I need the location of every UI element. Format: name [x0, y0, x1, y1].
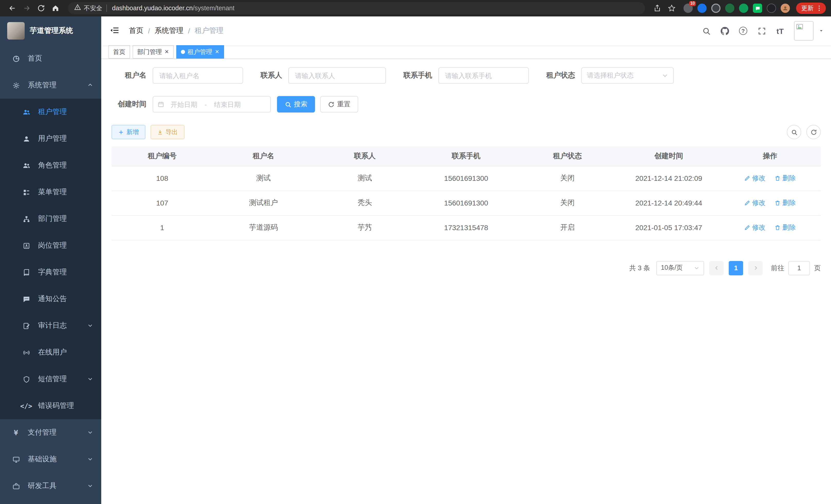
breadcrumb-separator: /	[148, 27, 150, 35]
github-icon[interactable]	[717, 23, 732, 38]
extension-icon[interactable]	[753, 4, 762, 13]
page-size-select[interactable]: 10条/页	[656, 261, 704, 275]
sidebar-item-audit-log[interactable]: 审计日志	[0, 313, 101, 339]
extension-icon[interactable]	[725, 4, 735, 13]
reload-icon[interactable]	[34, 2, 48, 14]
contact-input[interactable]	[288, 67, 386, 84]
update-label: 更新	[801, 4, 813, 12]
add-button[interactable]: 新增	[112, 125, 145, 139]
goto-page-input[interactable]	[789, 261, 810, 275]
tab-label: 租户管理	[188, 48, 212, 56]
date-range-picker[interactable]: -	[153, 96, 271, 113]
tenant-name-input[interactable]	[153, 67, 243, 84]
help-icon[interactable]: ?	[736, 23, 751, 38]
address-bar[interactable]: 不安全 dashboard.yudao.iocoder.cn/system/te…	[68, 2, 645, 14]
sidebar-item-user[interactable]: 用户管理	[0, 125, 101, 152]
profile-avatar-icon[interactable]	[781, 4, 790, 13]
prev-page-button[interactable]	[709, 261, 724, 275]
page-unit-label: 页	[814, 263, 821, 272]
column-header: 创建时间	[618, 146, 719, 166]
sidebar-item-label: 在线用户	[38, 348, 67, 357]
tab-home[interactable]: 首页	[109, 45, 130, 59]
home-browser-icon[interactable]	[48, 2, 63, 14]
extension-icon[interactable]	[697, 4, 707, 13]
show-search-toggle-button[interactable]	[787, 125, 801, 139]
search-button[interactable]: 搜索	[277, 96, 315, 113]
refresh-table-button[interactable]	[806, 125, 821, 139]
status-select[interactable]: 请选择租户状态	[581, 67, 674, 84]
sidebar-item-label: 菜单管理	[38, 187, 67, 197]
phone-input[interactable]	[438, 67, 529, 84]
fullscreen-icon[interactable]	[754, 23, 769, 38]
sidebar-item-post[interactable]: 岗位管理	[0, 232, 101, 259]
edit-link[interactable]: 修改	[744, 198, 766, 208]
sidebar-item-role[interactable]: 角色管理	[0, 152, 101, 179]
url-domain: dashboard.yudao.iocoder.cn	[112, 5, 193, 12]
extension-icon[interactable]: 10	[684, 4, 693, 13]
sidebar-item-label: 字典管理	[38, 268, 67, 277]
tab-dept[interactable]: 部门管理	[133, 45, 174, 59]
tab-tenant[interactable]: 租户管理	[176, 45, 224, 59]
security-label[interactable]: 不安全	[84, 4, 102, 12]
sidebar-item-notice[interactable]: 通知公告	[0, 286, 101, 313]
reset-button[interactable]: 重置	[320, 96, 358, 113]
edit-link[interactable]: 修改	[744, 174, 766, 183]
back-icon[interactable]	[5, 2, 20, 14]
breadcrumb-home[interactable]: 首页	[129, 26, 143, 35]
chrome-update-button[interactable]: 更新	[796, 3, 826, 14]
cell-tenant-id: 107	[112, 190, 213, 215]
edit-link[interactable]: 修改	[744, 223, 766, 232]
search-icon[interactable]	[698, 23, 714, 38]
sidebar-item-label: 岗位管理	[38, 241, 67, 250]
close-icon[interactable]	[215, 48, 220, 56]
sidebar-item-tenant[interactable]: 租户管理	[0, 99, 101, 125]
shield-icon	[21, 375, 32, 383]
cell-contact: 秃头	[314, 190, 416, 215]
close-icon[interactable]	[165, 48, 169, 56]
sidebar-item-home[interactable]: 首页	[0, 45, 101, 72]
bookmark-star-icon[interactable]	[664, 2, 679, 14]
user-avatar[interactable]	[794, 21, 813, 40]
sidebar-item-menu[interactable]: 菜单管理	[0, 179, 101, 206]
breadcrumb-system[interactable]: 系统管理	[155, 26, 183, 35]
extension-icon[interactable]	[767, 4, 776, 13]
delete-link[interactable]: 删除	[775, 198, 796, 208]
delete-link[interactable]: 删除	[775, 223, 796, 232]
chevron-down-icon	[87, 482, 93, 490]
chevron-down-icon	[694, 265, 699, 271]
font-size-icon[interactable]: tT	[772, 23, 788, 38]
export-button[interactable]: 导出	[150, 125, 184, 139]
sidebar-item-sms[interactable]: 短信管理	[0, 366, 101, 392]
sidebar-item-infra[interactable]: 基础设施	[0, 446, 101, 473]
share-icon[interactable]	[650, 2, 664, 14]
sidebar: 芋道管理系统 首页 系统管理 租户管理 用户管理 角色管理	[0, 17, 101, 504]
logo[interactable]: 芋道管理系统	[0, 17, 101, 45]
cell-actions: 修改 删除	[719, 215, 821, 240]
forward-icon[interactable]	[20, 2, 34, 14]
chevron-down-icon	[87, 322, 93, 330]
sidebar-fold-icon[interactable]	[110, 25, 121, 36]
extension-icon[interactable]	[711, 4, 720, 13]
sidebar-item-online-users[interactable]: 在线用户	[0, 339, 101, 366]
cell-phone: 15601691300	[416, 190, 517, 215]
dashboard-icon	[10, 55, 22, 62]
date-end-input[interactable]	[208, 100, 247, 108]
cell-tenant-name: 芋道源码	[213, 215, 314, 240]
sidebar-item-system[interactable]: 系统管理	[0, 72, 101, 99]
sidebar-item-error-code[interactable]: </> 错误码管理	[0, 392, 101, 419]
download-icon	[157, 129, 163, 135]
cell-phone: 15601691300	[416, 166, 517, 190]
sidebar-item-dict[interactable]: 字典管理	[0, 259, 101, 286]
caret-down-icon[interactable]	[819, 26, 824, 35]
sidebar-item-payment[interactable]: ¥ 支付管理	[0, 419, 101, 446]
extension-icon[interactable]	[739, 4, 748, 13]
sidebar-item-dept[interactable]: 部门管理	[0, 206, 101, 232]
page-number-button[interactable]: 1	[729, 261, 743, 275]
date-start-input[interactable]	[165, 100, 203, 108]
sidebar-item-dev-tools[interactable]: 研发工具	[0, 473, 101, 499]
cell-actions: 修改 删除	[719, 190, 821, 215]
broadcast-icon	[21, 349, 32, 356]
delete-link[interactable]: 删除	[775, 174, 796, 183]
next-page-button[interactable]	[748, 261, 763, 275]
sidebar-item-label: 研发工具	[28, 481, 57, 491]
